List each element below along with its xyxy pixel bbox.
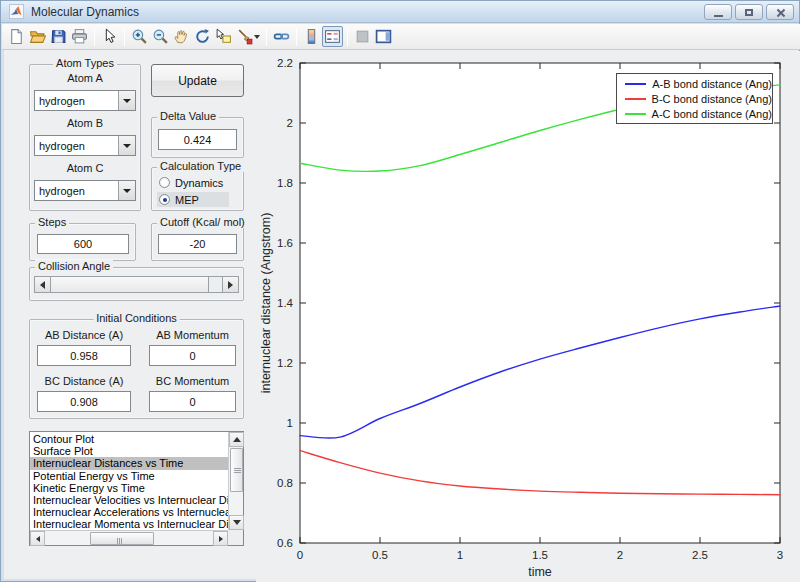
horizontal-scroll-thumb[interactable]: [90, 532, 154, 545]
steps-title: Steps: [35, 216, 69, 228]
brush-data-icon[interactable]: [234, 26, 262, 47]
atom-b-value: hydrogen: [35, 140, 118, 152]
scroll-left-button[interactable]: [30, 531, 45, 546]
save-figure-icon[interactable]: [48, 26, 69, 47]
close-button[interactable]: [766, 4, 794, 20]
bc-momentum-label: BC Momentum: [149, 375, 236, 387]
zoom-out-icon[interactable]: [150, 26, 171, 47]
svg-text:2: 2: [617, 549, 623, 561]
legend-label: A-B bond distance (Ang): [652, 78, 772, 90]
print-figure-icon[interactable]: [69, 26, 90, 47]
svg-text:0: 0: [297, 549, 303, 561]
plot-type-listbox[interactable]: Contour PlotSurface PlotInternuclear Dis…: [29, 431, 244, 546]
plot-type-listbox-items: Contour PlotSurface PlotInternuclear Dis…: [30, 433, 228, 530]
atom-a-label: Atom A: [29, 72, 141, 84]
radio-icon: [159, 177, 170, 188]
svg-text:3: 3: [777, 549, 783, 561]
list-item[interactable]: Surface Plot: [30, 445, 228, 457]
atom-b-label: Atom B: [29, 117, 141, 129]
legend-label: A-C bond distance (Ang): [652, 108, 772, 120]
chart-legend[interactable]: A-B bond distance (Ang) B-C bond distanc…: [616, 73, 773, 124]
atom-c-label: Atom C: [29, 162, 141, 174]
delta-value-field[interactable]: [158, 129, 237, 150]
list-item[interactable]: Internuclear Velocities vs Internuclear …: [30, 494, 228, 506]
scroll-down-button[interactable]: [229, 515, 244, 530]
maximize-button[interactable]: [735, 4, 763, 20]
legend-label: B-C bond distance (Ang): [652, 93, 772, 105]
open-file-icon[interactable]: [27, 26, 48, 47]
ab-distance-field[interactable]: [37, 345, 131, 366]
legend-line-swatch: [625, 83, 646, 85]
legend-line-swatch: [625, 98, 646, 100]
radio-dynamics[interactable]: Dynamics: [157, 175, 227, 190]
list-item[interactable]: Internuclear Accelerations vs Internucle…: [30, 506, 228, 518]
cutoff-field[interactable]: [158, 234, 237, 254]
arrow-right-icon: [219, 536, 223, 542]
zoom-in-icon[interactable]: [129, 26, 150, 47]
radio-mep-label: MEP: [175, 194, 199, 206]
svg-text:0.5: 0.5: [372, 549, 388, 561]
list-item[interactable]: Kinetic Energy vs Time: [30, 482, 228, 494]
dropdown-button[interactable]: [118, 181, 135, 200]
cutoff-title: Cutoff (Kcal/ mol): [157, 216, 248, 228]
vertical-scroll-thumb[interactable]: [230, 448, 243, 492]
slider-track[interactable]: [209, 277, 222, 292]
collision-angle-slider[interactable]: [34, 276, 239, 293]
atom-b-dropdown[interactable]: hydrogen: [34, 135, 136, 156]
insert-legend-icon[interactable]: [322, 26, 343, 47]
svg-text:1.2: 1.2: [277, 357, 293, 369]
hide-plot-tools-icon[interactable]: [352, 26, 373, 47]
chevron-down-icon: [123, 189, 131, 193]
insert-colorbar-icon[interactable]: [301, 26, 322, 47]
new-figure-icon[interactable]: [6, 26, 27, 47]
slider-left-button[interactable]: [35, 277, 51, 292]
horizontal-scrollbar[interactable]: [30, 530, 228, 545]
list-item[interactable]: Contour Plot: [30, 433, 228, 445]
dropdown-button[interactable]: [118, 136, 135, 155]
title-bar[interactable]: Molecular Dynamics: [1, 1, 799, 23]
legend-row: A-C bond distance (Ang): [625, 108, 772, 120]
toolbar-separator: [94, 28, 95, 46]
bc-distance-field[interactable]: [37, 391, 131, 412]
svg-text:2.2: 2.2: [277, 57, 293, 69]
arrow-up-icon: [233, 437, 241, 442]
list-item[interactable]: Internuclear Distances vs Time: [30, 457, 228, 469]
scroll-right-button[interactable]: [213, 531, 228, 546]
atom-c-dropdown[interactable]: hydrogen: [34, 180, 136, 201]
toolbar-separator: [266, 28, 267, 46]
atom-a-dropdown[interactable]: hydrogen: [34, 90, 136, 111]
rotate-3d-icon[interactable]: [192, 26, 213, 47]
svg-text:1.4: 1.4: [277, 297, 294, 309]
update-button[interactable]: Update: [151, 64, 244, 97]
dropdown-button[interactable]: [118, 91, 135, 110]
scroll-up-button[interactable]: [229, 432, 244, 447]
minimize-icon: [714, 15, 723, 17]
slider-thumb[interactable]: [51, 277, 209, 292]
svg-text:0.8: 0.8: [277, 477, 293, 489]
radio-mep[interactable]: MEP: [157, 192, 229, 207]
brush-dropdown-icon[interactable]: [254, 35, 260, 39]
link-plot-icon[interactable]: [271, 26, 292, 47]
list-item[interactable]: Internuclear Momenta vs Internuclear Dis…: [30, 518, 228, 530]
chevron-down-icon: [123, 144, 131, 148]
steps-field[interactable]: [37, 234, 129, 254]
minimize-button[interactable]: [704, 4, 732, 20]
data-cursor-icon[interactable]: [213, 26, 234, 47]
legend-line-swatch: [625, 113, 646, 115]
list-item[interactable]: Potential Energy vs Time: [30, 470, 228, 482]
figure-toolbar: [2, 24, 800, 50]
vertical-scrollbar[interactable]: [228, 432, 243, 530]
show-plot-tools-dock-icon[interactable]: [373, 26, 394, 47]
slider-right-button[interactable]: [222, 277, 238, 292]
bc-distance-label: BC Distance (A): [37, 375, 131, 387]
arrow-down-icon: [233, 520, 241, 525]
ab-momentum-field[interactable]: [149, 345, 236, 366]
toolbar-separator: [296, 28, 297, 46]
legend-row: B-C bond distance (Ang): [625, 93, 772, 105]
pan-icon[interactable]: [171, 26, 192, 47]
svg-text:1: 1: [457, 549, 463, 561]
app-window: Molecular Dynamics Atom Types A: [0, 0, 800, 582]
arrow-left-icon: [36, 536, 40, 542]
bc-momentum-field[interactable]: [149, 391, 236, 412]
edit-plot-icon[interactable]: [99, 26, 120, 47]
